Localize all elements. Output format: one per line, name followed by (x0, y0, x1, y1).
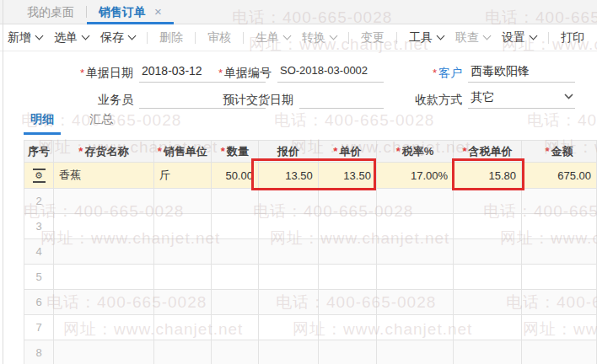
delivery-date-input[interactable] (299, 88, 384, 109)
toolbar-save-label: 保存 (100, 30, 124, 46)
empty-cell[interactable] (318, 265, 376, 290)
empty-cell[interactable] (521, 340, 596, 364)
empty-cell[interactable] (318, 189, 376, 214)
empty-cell[interactable] (376, 189, 453, 214)
empty-cell[interactable] (376, 239, 453, 265)
empty-cell[interactable] (318, 340, 376, 364)
empty-cell[interactable] (521, 315, 596, 340)
empty-cell[interactable] (211, 265, 258, 290)
grid-empty-row[interactable]: 7 (24, 315, 597, 340)
row-selector-cell[interactable]: ⚙ (24, 163, 54, 189)
doc-no-input[interactable]: SO-2018-03-0002 (277, 62, 384, 83)
toolbar-generate-doc-button: 生单 (255, 30, 290, 46)
toolbar-settings-button[interactable]: 设置 (502, 30, 536, 46)
empty-cell[interactable] (454, 189, 522, 214)
empty-cell[interactable] (258, 315, 318, 340)
empty-cell[interactable] (258, 214, 318, 239)
empty-cell[interactable] (521, 214, 596, 239)
empty-cell[interactable] (376, 265, 453, 290)
empty-cell[interactable] (54, 290, 154, 315)
empty-cell[interactable] (521, 265, 596, 290)
empty-cell[interactable] (54, 189, 154, 214)
empty-cell[interactable] (211, 315, 258, 340)
empty-cell[interactable] (376, 214, 453, 239)
empty-cell[interactable] (258, 189, 318, 214)
tab-summary[interactable]: 汇总 (83, 110, 120, 135)
tab-sales-order-label: 销售订单 (99, 5, 146, 19)
grid-empty-row[interactable]: 5 (24, 265, 597, 290)
tab-sales-order[interactable]: 销售订单× (87, 0, 174, 24)
tab-detail[interactable]: 明细 (24, 110, 61, 135)
empty-cell[interactable] (153, 239, 211, 265)
cell-quote-price[interactable]: 13.50 (258, 163, 318, 189)
empty-cell[interactable] (258, 290, 318, 315)
empty-cell[interactable] (521, 189, 596, 214)
empty-cell[interactable] (211, 340, 258, 364)
cell-item-name[interactable]: 香蕉 (54, 163, 154, 189)
cell-amount[interactable]: 675.00 (521, 163, 596, 189)
empty-cell[interactable] (318, 315, 376, 340)
cell-sales-unit[interactable]: 斤 (153, 163, 211, 189)
empty-cell[interactable] (153, 290, 211, 315)
customer-label[interactable]: *客户 (405, 63, 468, 83)
empty-cell[interactable] (454, 214, 522, 239)
toolbar-select-order-button[interactable]: 选单 (54, 30, 89, 46)
empty-cell[interactable] (153, 214, 211, 239)
empty-cell[interactable] (454, 265, 522, 290)
cell-tax-incl-price[interactable]: 15.80 (454, 163, 522, 189)
toolbar-generate-doc-label: 生单 (255, 30, 279, 46)
empty-cell[interactable] (211, 214, 258, 239)
empty-cell[interactable] (54, 340, 154, 364)
empty-cell[interactable] (521, 239, 596, 265)
caret-down-icon (35, 31, 44, 40)
grid-empty-row[interactable]: 8 (24, 340, 597, 364)
grid-data-row[interactable]: ⚙香蕉斤50.0013.5013.5017.00%15.80675.00 (24, 163, 597, 189)
empty-cell[interactable] (454, 290, 522, 315)
grid-empty-row[interactable]: 2 (24, 189, 597, 214)
empty-cell[interactable] (521, 290, 596, 315)
empty-cell[interactable] (454, 340, 522, 364)
empty-cell[interactable] (376, 315, 453, 340)
grid-empty-row[interactable]: 6 (24, 290, 597, 315)
empty-cell[interactable] (454, 239, 522, 265)
row-settings-icon[interactable]: ⚙ (33, 169, 46, 183)
col-header-amount: *金额 (521, 141, 596, 163)
empty-cell[interactable] (54, 239, 154, 265)
grid-empty-row[interactable]: 4 (24, 239, 597, 265)
cell-unit-price[interactable]: 13.50 (318, 163, 376, 189)
empty-cell[interactable] (211, 239, 258, 265)
cell-tax-rate[interactable]: 17.00% (376, 163, 453, 189)
empty-cell[interactable] (258, 340, 318, 364)
toolbar-print-button[interactable]: 打印 (561, 30, 584, 46)
empty-cell[interactable] (258, 239, 318, 265)
empty-cell[interactable] (153, 189, 211, 214)
empty-cell[interactable] (54, 315, 154, 340)
toolbar-tools-button[interactable]: 工具 (409, 30, 444, 46)
empty-cell[interactable] (376, 290, 453, 315)
grid-empty-row[interactable]: 3 (24, 214, 597, 239)
empty-cell[interactable] (153, 340, 211, 364)
toolbar-new-button[interactable]: 新增 (8, 30, 42, 46)
empty-cell[interactable] (153, 315, 211, 340)
toolbar-separator (195, 32, 196, 44)
toolbar-save-button[interactable]: 保存 (100, 30, 135, 46)
empty-cell[interactable] (54, 214, 154, 239)
empty-cell[interactable] (376, 340, 453, 364)
customer-input[interactable]: 西毒欧阳锋 (468, 62, 575, 83)
payment-method-select[interactable]: 其它 (468, 88, 575, 109)
empty-cell[interactable] (318, 290, 376, 315)
empty-cell[interactable] (318, 239, 376, 265)
empty-cell[interactable] (211, 290, 258, 315)
toolbar-separator (348, 32, 349, 44)
empty-cell[interactable] (54, 265, 154, 290)
empty-cell[interactable] (454, 315, 522, 340)
tab-my-desktop[interactable]: 我的桌面 (15, 0, 86, 24)
empty-cell[interactable] (153, 265, 211, 290)
empty-cell[interactable] (211, 189, 258, 214)
required-asterisk: * (462, 145, 466, 158)
empty-cell[interactable] (318, 214, 376, 239)
empty-cell[interactable] (258, 265, 318, 290)
chevron-down-icon[interactable] (564, 88, 573, 104)
close-icon[interactable]: × (154, 4, 162, 19)
cell-quantity[interactable]: 50.00 (211, 163, 258, 189)
